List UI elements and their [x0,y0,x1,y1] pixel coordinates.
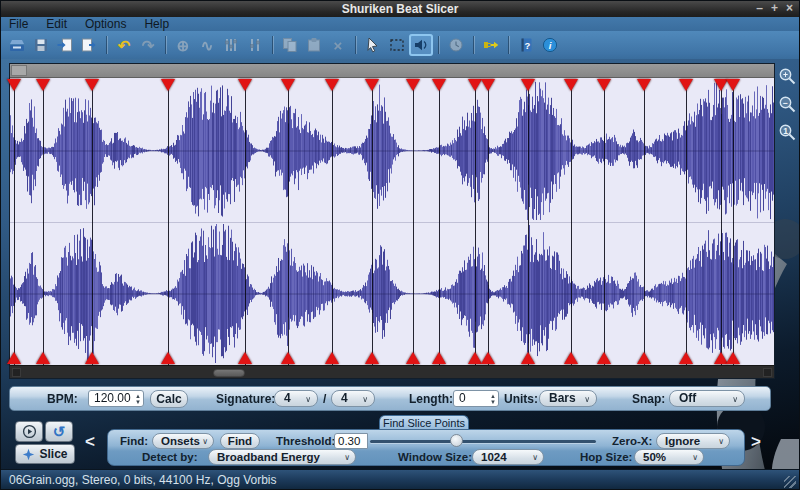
chevron-down-icon: ∨ [584,392,590,407]
loop-icon: ↺ [53,424,66,439]
undo-button[interactable]: ↶ [112,34,136,56]
save-icon [33,37,49,53]
close-button[interactable]: × [786,1,793,17]
help-button[interactable]: ? [514,34,538,56]
threshold-slider[interactable] [370,440,596,443]
waveform-canvas[interactable] [10,79,774,365]
title-bar[interactable]: Shuriken Beat Slicer –+× [1,1,799,17]
play-button[interactable] [15,421,43,442]
open-project-button[interactable] [5,34,29,56]
zerox-select[interactable]: Ignore∨ [656,433,730,449]
chevron-down-icon: ∨ [344,451,350,465]
spin-arrows-icon[interactable]: ▲▼ [135,391,141,406]
threshold-slider-handle[interactable] [450,434,463,447]
toolbar-separator [508,36,509,54]
right-chevron-button[interactable]: > [751,433,761,450]
menu-edit[interactable]: Edit [46,17,67,31]
units-label: Units: [504,391,538,408]
timeline-ruler[interactable] [10,64,774,78]
toolbar-separator [473,36,474,54]
resize-grip[interactable] [784,476,796,488]
slice-button-label: Slice [39,447,67,461]
signature-numerator-select[interactable]: 4∨ [274,390,318,407]
slice-star-icon [22,448,35,461]
export-audio-file-button[interactable] [77,34,101,56]
svg-text:?: ? [525,40,531,51]
minimize-button[interactable]: – [756,1,763,17]
waveform-view[interactable] [9,63,775,379]
selection-tool-button[interactable] [385,34,409,56]
toolbar-separator [272,36,273,54]
about-button[interactable]: i [538,34,562,56]
zoom-in-button[interactable]: + [778,67,797,86]
find-label: Find: [120,435,148,447]
wave-icon: ∿ [201,38,214,53]
signature-label: Signature: [216,391,275,408]
svg-text:1: 1 [783,126,788,136]
sliders-v-icon [223,37,239,53]
find-slice-points-panel: Find: Onsets∨ Find Threshold: 0.30 Zero-… [107,429,745,466]
find-button[interactable]: Find [220,433,260,449]
calc-button[interactable]: Calc [150,390,188,408]
apply-gain-button: ⊕ [171,34,195,56]
toolbar-separator [165,36,166,54]
threshold-input[interactable]: 0.30 [334,433,368,449]
menu-options[interactable]: Options [85,17,126,31]
length-spinbox[interactable]: 0 ▲▼ [453,390,499,407]
jack-icon [483,37,499,53]
scrollbar-handle[interactable] [213,369,244,377]
bpm-label: BPM: [47,391,78,408]
maximize-button[interactable]: + [771,1,778,17]
info-icon: i [542,37,558,53]
snap-select[interactable]: Off∨ [669,390,745,407]
snap-label: Snap: [632,391,665,408]
scrollbar-left-cap[interactable] [12,368,21,377]
find-method-select[interactable]: Onsets∨ [152,433,214,449]
left-chevron-button[interactable]: < [85,433,95,450]
toolbar: ↶↷⊕∿×?i [1,31,799,59]
audition-icon [413,37,429,53]
detect-by-select[interactable]: Broadband Energy∨ [208,449,356,465]
signature-denominator-select[interactable]: 4∨ [331,390,375,407]
save-project-button[interactable] [29,34,53,56]
loop-play-button[interactable]: ↺ [45,421,73,442]
zoom-original-button[interactable]: 1 [778,123,797,142]
pointer-icon [365,37,381,53]
units-select[interactable]: Bars∨ [539,390,597,407]
select-icon [389,37,405,53]
hop-size-select[interactable]: 50%∨ [634,449,704,465]
pointer-tool-button[interactable] [361,34,385,56]
file-info-text: 06Grain.ogg, Stereo, 0 bits, 44100 Hz, O… [9,473,277,487]
copy-icon [282,37,298,53]
import-icon [57,37,73,53]
window-controls: –+× [756,1,793,17]
zoom-out-button[interactable]: − [778,95,797,114]
waveform-display[interactable] [10,79,774,365]
horizontal-scrollbar[interactable] [10,365,774,378]
main-area: +−1 BPM: 120.00 ▲▼ Calc Signature: 4∨ / … [1,59,799,469]
chevron-down-icon: ∨ [362,392,368,407]
scrollbar-right-cap[interactable] [763,368,772,377]
audition-tool-button[interactable] [409,34,433,56]
chevron-down-icon: ∨ [532,451,538,465]
tab-find-slice-points[interactable]: Find Slice Points [379,415,469,430]
import-audio-file-button[interactable] [53,34,77,56]
spin-arrows-icon[interactable]: ▲▼ [490,391,496,406]
slice-button[interactable]: Slice [15,444,75,464]
window-title: Shuriken Beat Slicer [342,2,459,16]
jack-sync-button[interactable] [479,34,503,56]
app-window: Shuriken Beat Slicer –+× FileEditOptions… [0,0,800,490]
ruler-handle [11,65,27,76]
length-label: Length: [409,391,453,408]
svg-text:+: + [783,70,788,80]
bpm-spinbox[interactable]: 120.00 ▲▼ [88,390,144,407]
redo-button: ↷ [136,34,160,56]
paste-icon [306,37,322,53]
undo-icon: ↶ [118,38,131,53]
signature-divider: / [323,391,326,408]
window-size-select[interactable]: 1024∨ [472,449,544,465]
menu-file[interactable]: File [9,17,28,31]
redo-icon: ↷ [142,38,155,53]
toolbar-separator [355,36,356,54]
menu-help[interactable]: Help [144,17,169,31]
